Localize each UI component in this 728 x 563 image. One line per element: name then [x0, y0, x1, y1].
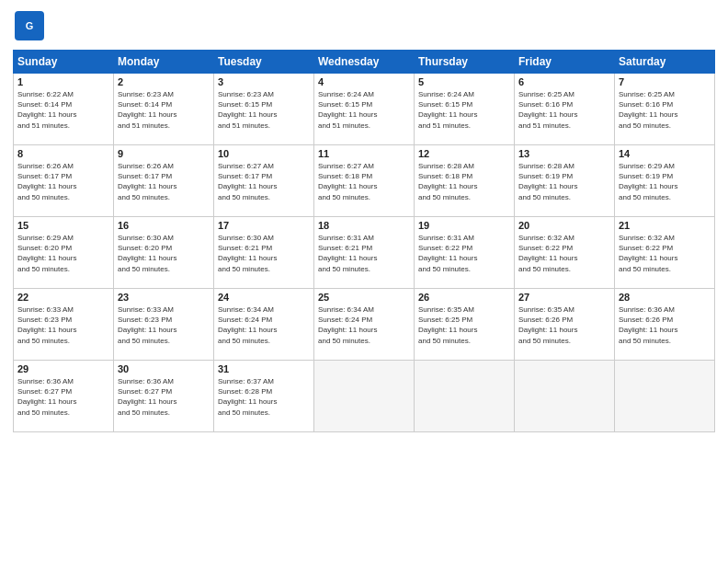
logo: G [13, 9, 50, 46]
calendar-week-row: 8Sunrise: 6:26 AM Sunset: 6:17 PM Daylig… [14, 145, 715, 217]
calendar-cell: 22Sunrise: 6:33 AM Sunset: 6:23 PM Dayli… [14, 289, 114, 361]
svg-text:G: G [26, 20, 34, 31]
page-container: G SundayMondayTuesdayWednesdayThursdayFr… [0, 0, 728, 438]
day-info: Sunrise: 6:30 AM Sunset: 6:21 PM Dayligh… [218, 233, 310, 274]
day-number: 20 [518, 220, 610, 231]
calendar-cell: 17Sunrise: 6:30 AM Sunset: 6:21 PM Dayli… [214, 217, 314, 289]
logo-icon: G [13, 9, 46, 42]
day-info: Sunrise: 6:30 AM Sunset: 6:20 PM Dayligh… [118, 233, 210, 274]
day-number: 19 [418, 220, 510, 231]
header: G [13, 9, 715, 46]
day-info: Sunrise: 6:37 AM Sunset: 6:28 PM Dayligh… [218, 376, 310, 418]
day-info: Sunrise: 6:36 AM Sunset: 6:27 PM Dayligh… [17, 376, 109, 418]
day-number: 7 [619, 76, 711, 87]
day-number: 23 [118, 292, 210, 303]
calendar-cell: 18Sunrise: 6:31 AM Sunset: 6:21 PM Dayli… [314, 217, 415, 289]
calendar-cell: 30Sunrise: 6:36 AM Sunset: 6:27 PM Dayli… [114, 361, 214, 432]
calendar-cell [515, 361, 615, 432]
day-info: Sunrise: 6:29 AM Sunset: 6:20 PM Dayligh… [17, 233, 109, 274]
calendar-cell: 1Sunrise: 6:22 AM Sunset: 6:14 PM Daylig… [14, 74, 114, 145]
calendar-cell [314, 361, 415, 432]
day-number: 29 [17, 363, 109, 374]
calendar-week-row: 1Sunrise: 6:22 AM Sunset: 6:14 PM Daylig… [14, 74, 715, 145]
calendar-cell: 11Sunrise: 6:27 AM Sunset: 6:18 PM Dayli… [314, 145, 415, 217]
day-info: Sunrise: 6:23 AM Sunset: 6:15 PM Dayligh… [218, 89, 310, 131]
day-info: Sunrise: 6:25 AM Sunset: 6:16 PM Dayligh… [518, 89, 610, 131]
calendar-cell: 14Sunrise: 6:29 AM Sunset: 6:19 PM Dayli… [615, 145, 715, 217]
day-info: Sunrise: 6:34 AM Sunset: 6:24 PM Dayligh… [318, 304, 410, 346]
calendar-cell: 13Sunrise: 6:28 AM Sunset: 6:19 PM Dayli… [515, 145, 615, 217]
day-info: Sunrise: 6:33 AM Sunset: 6:23 PM Dayligh… [118, 304, 210, 346]
calendar-cell: 29Sunrise: 6:36 AM Sunset: 6:27 PM Dayli… [14, 361, 114, 432]
calendar-header-row: SundayMondayTuesdayWednesdayThursdayFrid… [14, 51, 715, 74]
day-info: Sunrise: 6:31 AM Sunset: 6:22 PM Dayligh… [418, 233, 510, 274]
day-number: 3 [218, 76, 310, 87]
calendar-cell: 24Sunrise: 6:34 AM Sunset: 6:24 PM Dayli… [214, 289, 314, 361]
calendar-cell [615, 361, 715, 432]
day-number: 8 [17, 148, 109, 159]
day-info: Sunrise: 6:35 AM Sunset: 6:25 PM Dayligh… [418, 304, 510, 346]
day-info: Sunrise: 6:35 AM Sunset: 6:26 PM Dayligh… [518, 304, 610, 346]
day-number: 31 [218, 363, 310, 374]
day-info: Sunrise: 6:28 AM Sunset: 6:19 PM Dayligh… [518, 161, 610, 202]
calendar-cell: 5Sunrise: 6:24 AM Sunset: 6:15 PM Daylig… [415, 74, 515, 145]
day-info: Sunrise: 6:24 AM Sunset: 6:15 PM Dayligh… [318, 89, 410, 131]
header-cell-sunday: Sunday [14, 51, 114, 74]
day-number: 26 [418, 292, 510, 303]
header-cell-tuesday: Tuesday [214, 51, 314, 74]
day-info: Sunrise: 6:24 AM Sunset: 6:15 PM Dayligh… [418, 89, 510, 131]
day-info: Sunrise: 6:25 AM Sunset: 6:16 PM Dayligh… [619, 89, 711, 131]
day-number: 24 [218, 292, 310, 303]
day-number: 10 [218, 148, 310, 159]
calendar-cell: 6Sunrise: 6:25 AM Sunset: 6:16 PM Daylig… [515, 74, 615, 145]
calendar-cell: 27Sunrise: 6:35 AM Sunset: 6:26 PM Dayli… [515, 289, 615, 361]
calendar-cell: 3Sunrise: 6:23 AM Sunset: 6:15 PM Daylig… [214, 74, 314, 145]
calendar-cell: 26Sunrise: 6:35 AM Sunset: 6:25 PM Dayli… [415, 289, 515, 361]
calendar-cell: 8Sunrise: 6:26 AM Sunset: 6:17 PM Daylig… [14, 145, 114, 217]
day-number: 27 [518, 292, 610, 303]
day-info: Sunrise: 6:26 AM Sunset: 6:17 PM Dayligh… [17, 161, 109, 202]
day-info: Sunrise: 6:36 AM Sunset: 6:26 PM Dayligh… [619, 304, 711, 346]
day-info: Sunrise: 6:28 AM Sunset: 6:18 PM Dayligh… [418, 161, 510, 202]
calendar-table: SundayMondayTuesdayWednesdayThursdayFrid… [13, 50, 715, 432]
day-number: 25 [318, 292, 410, 303]
day-number: 30 [118, 363, 210, 374]
day-info: Sunrise: 6:36 AM Sunset: 6:27 PM Dayligh… [118, 376, 210, 418]
day-info: Sunrise: 6:27 AM Sunset: 6:17 PM Dayligh… [218, 161, 310, 202]
day-number: 14 [619, 148, 711, 159]
day-number: 12 [418, 148, 510, 159]
header-cell-wednesday: Wednesday [314, 51, 415, 74]
header-cell-friday: Friday [515, 51, 615, 74]
calendar-cell [415, 361, 515, 432]
calendar-week-row: 29Sunrise: 6:36 AM Sunset: 6:27 PM Dayli… [14, 361, 715, 432]
day-info: Sunrise: 6:29 AM Sunset: 6:19 PM Dayligh… [619, 161, 711, 202]
day-info: Sunrise: 6:33 AM Sunset: 6:23 PM Dayligh… [17, 304, 109, 346]
day-number: 16 [118, 220, 210, 231]
day-info: Sunrise: 6:32 AM Sunset: 6:22 PM Dayligh… [518, 233, 610, 274]
calendar-cell: 28Sunrise: 6:36 AM Sunset: 6:26 PM Dayli… [615, 289, 715, 361]
calendar-cell: 4Sunrise: 6:24 AM Sunset: 6:15 PM Daylig… [314, 74, 415, 145]
day-number: 11 [318, 148, 410, 159]
calendar-week-row: 22Sunrise: 6:33 AM Sunset: 6:23 PM Dayli… [14, 289, 715, 361]
day-number: 2 [118, 76, 210, 87]
day-number: 21 [619, 220, 711, 231]
calendar-cell: 2Sunrise: 6:23 AM Sunset: 6:14 PM Daylig… [114, 74, 214, 145]
day-info: Sunrise: 6:26 AM Sunset: 6:17 PM Dayligh… [118, 161, 210, 202]
calendar-cell: 19Sunrise: 6:31 AM Sunset: 6:22 PM Dayli… [415, 217, 515, 289]
day-info: Sunrise: 6:22 AM Sunset: 6:14 PM Dayligh… [17, 89, 109, 131]
calendar-cell: 25Sunrise: 6:34 AM Sunset: 6:24 PM Dayli… [314, 289, 415, 361]
calendar-cell: 21Sunrise: 6:32 AM Sunset: 6:22 PM Dayli… [615, 217, 715, 289]
day-number: 6 [518, 76, 610, 87]
day-number: 13 [518, 148, 610, 159]
header-cell-saturday: Saturday [615, 51, 715, 74]
day-number: 5 [418, 76, 510, 87]
day-number: 9 [118, 148, 210, 159]
calendar-cell: 12Sunrise: 6:28 AM Sunset: 6:18 PM Dayli… [415, 145, 515, 217]
day-info: Sunrise: 6:31 AM Sunset: 6:21 PM Dayligh… [318, 233, 410, 274]
calendar-cell: 9Sunrise: 6:26 AM Sunset: 6:17 PM Daylig… [114, 145, 214, 217]
calendar-cell: 23Sunrise: 6:33 AM Sunset: 6:23 PM Dayli… [114, 289, 214, 361]
calendar-cell: 20Sunrise: 6:32 AM Sunset: 6:22 PM Dayli… [515, 217, 615, 289]
day-number: 17 [218, 220, 310, 231]
header-cell-thursday: Thursday [415, 51, 515, 74]
day-number: 22 [17, 292, 109, 303]
